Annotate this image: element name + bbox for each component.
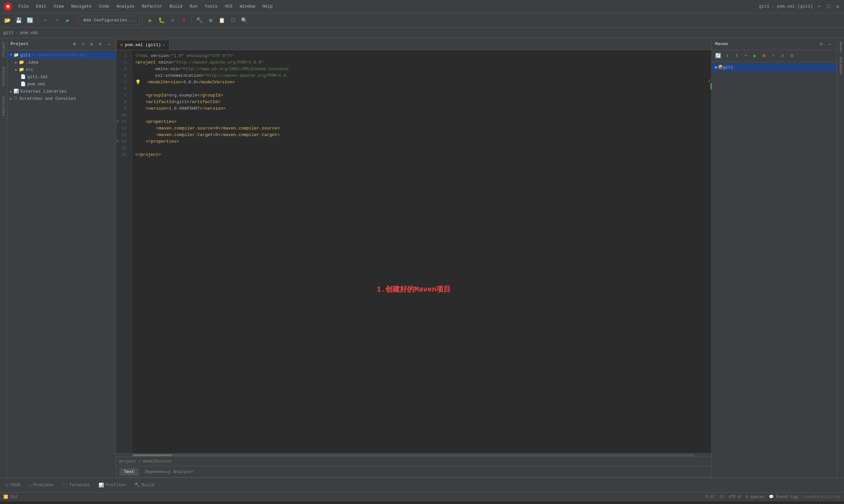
scrollbar-thumb[interactable] (133, 454, 172, 456)
tab-text[interactable]: Text (119, 468, 139, 476)
vcs-button[interactable]: 📋 (217, 16, 227, 25)
menu-navigate[interactable]: Navigate (68, 3, 95, 10)
tab-pom-label: pom.xml (git1) (125, 42, 161, 48)
maven-download-sources-button[interactable]: ⬇ (732, 52, 741, 60)
stop-button[interactable]: ■ (179, 16, 189, 25)
tab-dependency-analyzer[interactable]: Dependency Analyzer (140, 468, 198, 476)
editor-content[interactable]: 1 2 3 4 5 6 7 8 9 10 ▼ 11 12 13 ▼ 14 (116, 50, 711, 453)
toggle-ext-libs[interactable]: ▶ (10, 89, 12, 93)
back-button[interactable]: ← (40, 16, 50, 25)
problems-button[interactable]: ⚠ Problems (26, 481, 57, 489)
build-icon: 🔨 (135, 483, 140, 488)
forward-button[interactable]: → (52, 16, 62, 25)
maven-add-button[interactable]: + (741, 52, 750, 60)
maven-tool-settings[interactable]: ⚙ (817, 40, 825, 48)
toggle-scratches[interactable]: ▶ (10, 96, 12, 101)
build-button[interactable]: 🔨 Build (131, 481, 158, 489)
line-num-6: 6 (116, 86, 129, 92)
status-lf[interactable]: LF (719, 495, 724, 499)
profiler-button[interactable]: 📊 Profiler (95, 481, 129, 489)
fold-icon-14[interactable]: ▼ (117, 139, 119, 145)
panel-tool-locate[interactable]: ⊕ (71, 40, 78, 48)
save-all-button[interactable]: 💾 (14, 16, 24, 25)
debug-button[interactable]: 🐛 (157, 16, 167, 25)
maven-lifecycle-button[interactable]: ⚡ (769, 52, 778, 60)
maven-item-git1[interactable]: ▶ 📦 git1 (712, 63, 837, 71)
menu-build[interactable]: Build (166, 3, 186, 10)
toggle-git1[interactable]: ▼ (10, 53, 12, 57)
status-indent[interactable]: 4 spaces (745, 495, 764, 499)
menu-file[interactable]: File (15, 3, 32, 10)
toggle-src[interactable]: ▶ (15, 68, 17, 72)
menu-vcs[interactable]: VCS (222, 3, 236, 10)
build-button[interactable]: 🔨 (194, 16, 204, 25)
editor-scrollbar[interactable] (116, 453, 711, 456)
tree-item-external-libs[interactable]: ▶ 📊 External Libraries (7, 88, 116, 95)
code-area[interactable]: <?xml version="1.0" encoding="UTF-8"?> <… (133, 50, 711, 453)
menu-code[interactable]: Code (96, 3, 113, 10)
maven-run-button[interactable]: ▶ (751, 52, 759, 60)
settings-button[interactable]: ⚙ (206, 16, 216, 25)
scratches-icon: 🗒 (14, 96, 18, 101)
sync-button[interactable]: 🔄 (25, 16, 35, 25)
hint-icon-5[interactable]: 💡 (135, 79, 141, 86)
sidebar-structure-label[interactable]: Structure (2, 67, 5, 86)
minimize-button[interactable]: ─ (816, 4, 822, 10)
maven-skip-tests-button[interactable]: ✗ (778, 52, 787, 60)
panel-tool-sort[interactable]: ⇅ (88, 40, 95, 48)
maven-tool-minimize[interactable]: — (826, 40, 833, 48)
tab-close-button[interactable]: ✕ (163, 43, 165, 47)
menu-help[interactable]: Help (259, 3, 276, 10)
tree-item-pom[interactable]: 📄 pom.xml (7, 80, 116, 88)
terminal-button[interactable]: ⬛ Terminal (59, 481, 93, 489)
run-config-button[interactable]: Add Configuration... (79, 16, 140, 25)
sidebar-project-label[interactable]: Project (2, 41, 5, 57)
close-button[interactable]: ✕ (835, 4, 841, 10)
green-indicator (710, 83, 711, 90)
maven-icon-m[interactable]: m (760, 52, 769, 60)
scrollbar-track[interactable] (133, 454, 695, 456)
run-with-coverage-button[interactable]: ⚡ (168, 16, 178, 25)
menu-tools[interactable]: Tools (202, 3, 221, 10)
maven-toggle-git1[interactable]: ▶ (715, 65, 718, 70)
edge-database-label[interactable]: Database (839, 55, 843, 76)
panel-tool-collapse[interactable]: ≡ (80, 40, 87, 48)
toggle-idea[interactable]: ▶ (15, 60, 17, 65)
fold-icon-11[interactable]: ▼ (117, 119, 119, 125)
status-event-log[interactable]: 💬 Event Log (769, 494, 797, 499)
tree-item-src[interactable]: ▶ 📁 src (7, 66, 116, 73)
maven-item-git1-label: git1 (723, 65, 733, 70)
open-button[interactable]: 📂 (3, 16, 13, 25)
layout-button[interactable]: □ (228, 16, 238, 25)
panel-tool-settings[interactable]: ⚙ (97, 40, 104, 48)
breadcrumb-pom[interactable]: pom.xml (20, 30, 38, 35)
line-num-5: 5 (116, 79, 129, 86)
menu-window[interactable]: Window (236, 3, 258, 10)
line-num-15: 15 (116, 145, 129, 151)
maven-settings-btn[interactable]: ⚙ (788, 52, 796, 60)
breadcrumb-git1[interactable]: git1 (3, 30, 14, 35)
run-button[interactable]: ▶ (145, 16, 155, 25)
status-git[interactable]: 🔀 Git (3, 494, 18, 499)
rerun-button[interactable]: ▶ (63, 16, 73, 25)
tab-pom-xml[interactable]: m pom.xml (git1) ✕ (116, 40, 170, 50)
ext-libs-icon: 📊 (14, 89, 19, 94)
tree-item-scratches[interactable]: ▶ 🗒 Scratches and Consoles (7, 95, 116, 102)
todo-button[interactable]: ☑ TODO (3, 481, 24, 489)
maven-download-button[interactable]: ⬇ (723, 52, 731, 60)
menu-run[interactable]: Run (186, 3, 201, 10)
panel-tool-minimize[interactable]: — (105, 40, 113, 48)
tree-item-git1[interactable]: ▼ 📁 git1 F:\Codes\vacation\Git\git (7, 51, 116, 59)
edge-maven-label[interactable]: Maven (839, 39, 843, 54)
tree-item-iml[interactable]: 📄 git1.iml (7, 73, 116, 80)
maximize-button[interactable]: □ (826, 4, 831, 10)
menu-refactor[interactable]: Refactor (138, 3, 166, 10)
sidebar-favorites-label[interactable]: Favorites (2, 96, 5, 115)
search-button[interactable]: 🔍 (239, 16, 249, 25)
menu-analyze[interactable]: Analyze (113, 3, 138, 10)
menu-view[interactable]: View (50, 3, 67, 10)
status-encoding[interactable]: UTF-8 (729, 495, 741, 499)
maven-reload-button[interactable]: 🔄 (714, 52, 722, 60)
tree-item-idea[interactable]: ▶ 📁 .idea (7, 59, 116, 66)
menu-edit[interactable]: Edit (33, 3, 49, 10)
